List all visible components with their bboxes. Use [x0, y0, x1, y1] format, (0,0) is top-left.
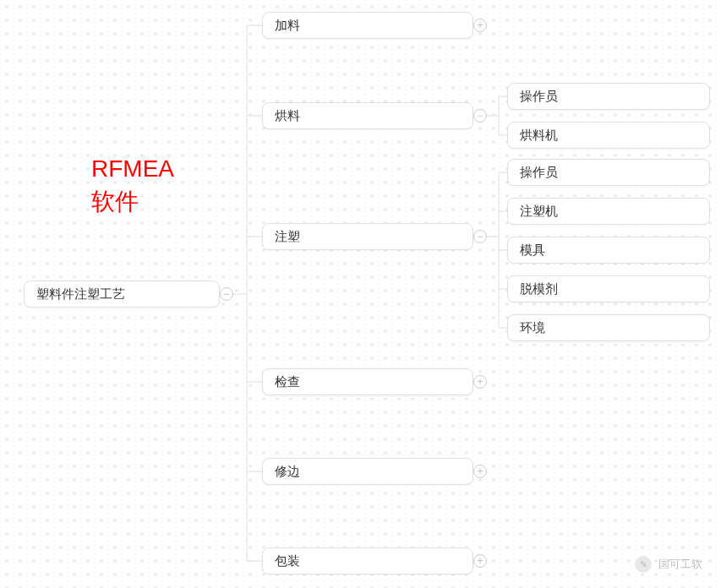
node-packaging[interactable]: 包装	[262, 547, 473, 574]
node-inspection[interactable]: 检查	[262, 368, 473, 395]
node-dryer[interactable]: 烘料机	[507, 122, 710, 149]
toggle-feeding[interactable]: +	[473, 19, 487, 32]
node-inspection-label: 检查	[275, 374, 300, 390]
toggle-trimming[interactable]: +	[473, 465, 487, 478]
footer-text: 国可工软	[658, 557, 702, 572]
node-feeding[interactable]: 加料	[262, 12, 473, 39]
node-trimming[interactable]: 修边	[262, 458, 473, 485]
node-mold-label: 模具	[520, 242, 545, 259]
title-rfmea: RFMEA 软件	[91, 152, 174, 218]
node-operator-2[interactable]: 操作员	[507, 159, 710, 186]
node-injection-machine-label: 注塑机	[520, 204, 558, 220]
node-injection-machine[interactable]: 注塑机	[507, 198, 710, 225]
node-root-label: 塑料件注塑工艺	[36, 286, 125, 302]
toggle-packaging[interactable]: +	[473, 554, 487, 568]
toggle-drying[interactable]: −	[473, 109, 487, 122]
node-operator-1[interactable]: 操作员	[507, 83, 710, 110]
node-feeding-label: 加料	[275, 18, 300, 34]
node-drying-label: 烘料	[275, 108, 300, 124]
node-operator-2-label: 操作员	[520, 165, 558, 181]
toggle-root[interactable]: −	[220, 287, 233, 301]
node-root[interactable]: 塑料件注塑工艺	[24, 280, 220, 308]
node-injection-label: 注塑	[275, 229, 300, 245]
node-dryer-label: 烘料机	[520, 128, 558, 144]
node-drying[interactable]: 烘料	[262, 102, 473, 129]
node-environment-label: 环境	[520, 320, 545, 336]
node-trimming-label: 修边	[275, 464, 300, 480]
node-mold[interactable]: 模具	[507, 237, 710, 264]
node-environment[interactable]: 环境	[507, 314, 710, 341]
node-packaging-label: 包装	[275, 553, 300, 569]
node-release-agent[interactable]: 脱模剂	[507, 275, 710, 302]
node-injection[interactable]: 注塑	[262, 223, 473, 250]
wechat-icon: ✎	[635, 556, 652, 573]
node-operator-1-label: 操作员	[520, 89, 558, 105]
toggle-injection[interactable]: −	[473, 230, 487, 243]
node-release-agent-label: 脱模剂	[520, 281, 558, 297]
footer-watermark: ✎ 国可工软	[635, 556, 702, 573]
toggle-inspection[interactable]: +	[473, 375, 487, 389]
